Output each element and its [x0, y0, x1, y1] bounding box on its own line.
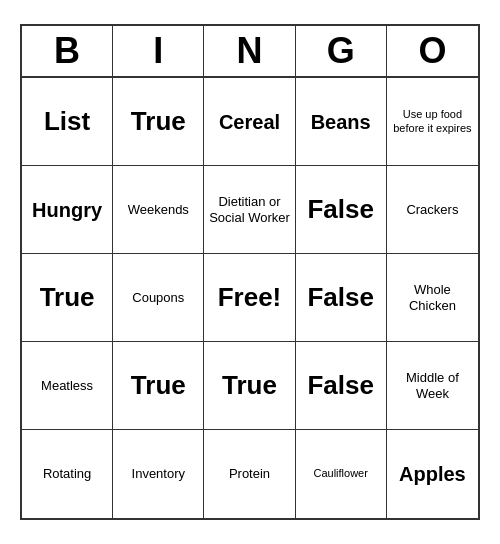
header-i: I: [113, 26, 204, 76]
bingo-header: B I N G O: [22, 26, 478, 78]
bingo-cell-6: Weekends: [113, 166, 204, 254]
bingo-grid: ListTrueCerealBeansUse up food before it…: [22, 78, 478, 518]
bingo-cell-20: Rotating: [22, 430, 113, 518]
bingo-cell-7: Dietitian or Social Worker: [204, 166, 295, 254]
bingo-cell-14: Whole Chicken: [387, 254, 478, 342]
bingo-cell-3: Beans: [296, 78, 387, 166]
header-o: O: [387, 26, 478, 76]
bingo-cell-0: List: [22, 78, 113, 166]
bingo-card: B I N G O ListTrueCerealBeansUse up food…: [20, 24, 480, 520]
bingo-cell-21: Inventory: [113, 430, 204, 518]
bingo-cell-11: Coupons: [113, 254, 204, 342]
bingo-cell-9: Crackers: [387, 166, 478, 254]
bingo-cell-8: False: [296, 166, 387, 254]
header-g: G: [296, 26, 387, 76]
bingo-cell-23: Cauliflower: [296, 430, 387, 518]
bingo-cell-18: False: [296, 342, 387, 430]
bingo-cell-10: True: [22, 254, 113, 342]
bingo-cell-16: True: [113, 342, 204, 430]
bingo-cell-4: Use up food before it expires: [387, 78, 478, 166]
bingo-cell-15: Meatless: [22, 342, 113, 430]
bingo-cell-17: True: [204, 342, 295, 430]
header-n: N: [204, 26, 295, 76]
bingo-cell-13: False: [296, 254, 387, 342]
bingo-cell-1: True: [113, 78, 204, 166]
bingo-cell-19: Middle of Week: [387, 342, 478, 430]
bingo-cell-2: Cereal: [204, 78, 295, 166]
bingo-cell-24: Apples: [387, 430, 478, 518]
bingo-cell-22: Protein: [204, 430, 295, 518]
bingo-cell-12: Free!: [204, 254, 295, 342]
bingo-cell-5: Hungry: [22, 166, 113, 254]
header-b: B: [22, 26, 113, 76]
